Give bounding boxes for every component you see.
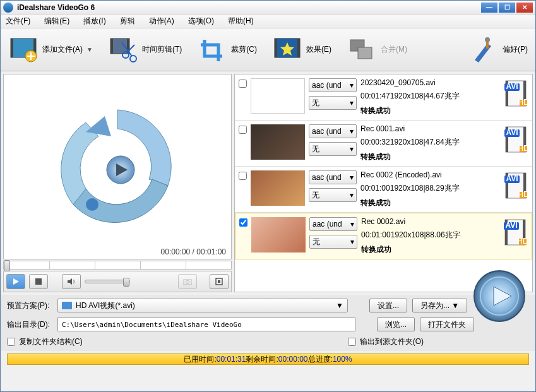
effect-icon (272, 36, 302, 64)
list-item[interactable]: aac (und▾ 无▾ Rec 0002.avi 00:01:001920x1… (235, 213, 532, 259)
menu-play[interactable]: 播放(I) (83, 16, 105, 27)
app-icon (3, 3, 13, 13)
minimize-button[interactable]: — (481, 3, 497, 13)
crop-label: 裁剪(C) (231, 44, 257, 55)
profile-combo[interactable]: HD AVI视频(*.avi) ▼ (57, 299, 348, 312)
video-thumbnail (251, 78, 305, 114)
audio-codec-combo[interactable]: aac (und▾ (309, 78, 357, 92)
list-item[interactable]: aac (und▾ 无▾ 20230420_090705.avi 00:01:4… (235, 74, 532, 121)
item-checkbox[interactable] (239, 218, 247, 227)
dropdown-icon: ▼ (86, 46, 93, 53)
audio-codec-combo[interactable]: aac (und▾ (309, 170, 357, 184)
item-info: 00:01:001920x108|88.06兆字 (361, 230, 499, 241)
list-item[interactable]: aac (und▾ 无▾ Rec 0002 (Encoded).avi 00:0… (235, 167, 532, 213)
add-file-button[interactable]: 添加文件(A) ▼ (8, 36, 93, 64)
format-icon: AVIHD (503, 170, 528, 201)
item-filename: Rec 0002 (Encoded).avi (360, 170, 499, 179)
menu-help[interactable]: 帮助(H) (228, 16, 254, 27)
convert-button[interactable] (472, 269, 527, 323)
svg-point-19 (86, 198, 98, 211)
svg-rect-26 (218, 280, 220, 283)
timecode: 00:00:00 / 00:01:00 (161, 247, 226, 256)
crop-icon (197, 36, 227, 64)
preview-panel: 00:00:00 / 00:01:00 (3, 74, 232, 259)
play-button[interactable] (6, 274, 25, 289)
save-as-button[interactable]: 另存为... ▼ (412, 299, 467, 312)
add-file-icon (8, 36, 39, 64)
svg-text:AVI: AVI (506, 174, 518, 183)
svg-rect-11 (297, 39, 300, 57)
open-folder-button[interactable]: 打开文件夹 (420, 318, 474, 331)
list-item[interactable]: aac (und▾ 无▾ Rec 0001.avi 00:00:321920x1… (235, 121, 532, 167)
seek-bar[interactable] (3, 261, 232, 270)
video-codec-combo[interactable]: 无▾ (309, 188, 357, 202)
browse-button[interactable]: 浏览... (377, 318, 415, 331)
svg-text:AVI: AVI (506, 82, 518, 91)
maximize-button[interactable]: ☐ (499, 3, 515, 13)
menu-action[interactable]: 动作(A) (149, 16, 174, 27)
toolbar: 添加文件(A) ▼ 时间剪辑(T) 裁剪(C) 效果(E) 合并(M) 偏好(P… (1, 28, 535, 71)
item-checkbox[interactable] (239, 80, 247, 88)
item-checkbox[interactable] (239, 126, 247, 134)
merge-button[interactable]: 合并(M) (347, 36, 407, 64)
title-bar: iDealshare VideoGo 6 — ☐ ✕ (1, 1, 535, 15)
effect-label: 效果(E) (306, 44, 331, 55)
svg-text:HD: HD (518, 144, 528, 153)
menu-option[interactable]: 选项(O) (188, 16, 214, 27)
svg-rect-13 (358, 47, 372, 59)
format-icon: AVIHD (503, 78, 528, 109)
settings-button[interactable]: 设置... (369, 299, 407, 312)
crop-button[interactable]: 裁剪(C) (197, 36, 257, 64)
snapshot-button[interactable] (178, 274, 197, 289)
item-status: 转换成功 (360, 151, 499, 162)
volume-slider[interactable] (85, 280, 130, 283)
volume-button[interactable] (62, 274, 81, 289)
svg-text:HD: HD (518, 98, 528, 107)
merge-label: 合并(M) (381, 44, 407, 55)
svg-rect-1 (11, 39, 13, 57)
menu-trim[interactable]: 剪辑 (120, 16, 135, 27)
video-codec-combo[interactable]: 无▾ (309, 235, 357, 249)
player-controls (3, 271, 232, 292)
speaker-icon (67, 278, 76, 285)
audio-codec-combo[interactable]: aac (und▾ (309, 124, 357, 138)
format-icon: AVIHD (503, 217, 528, 247)
svg-point-8 (130, 56, 136, 62)
svg-rect-5 (110, 39, 113, 54)
item-info: 00:00:321920x108|47.84兆字 (360, 137, 499, 148)
menu-edit[interactable]: 编辑(E) (44, 16, 69, 27)
window-title: iDealshare VideoGo 6 (17, 3, 481, 12)
volume-thumb[interactable] (123, 278, 129, 287)
preferences-label: 偏好(P) (503, 44, 528, 55)
video-codec-combo[interactable]: 无▾ (309, 96, 357, 110)
item-filename: 20230420_090705.avi (360, 78, 499, 87)
effect-button[interactable]: 效果(E) (272, 36, 331, 64)
item-info: 00:01:001920x108|88.29兆字 (360, 183, 499, 194)
svg-text:AVI: AVI (505, 221, 517, 230)
fullscreen-button[interactable] (210, 274, 229, 289)
profile-label: 预置方案(P): (7, 300, 52, 311)
menu-file[interactable]: 文件(F) (6, 16, 30, 27)
stop-button[interactable] (29, 274, 48, 289)
output-to-source-checkbox[interactable]: 输出到源文件夹(O) (348, 336, 424, 347)
menu-bar: 文件(F) 编辑(E) 播放(I) 剪辑 动作(A) 选项(O) 帮助(H) (1, 15, 535, 28)
recycle-icon (48, 97, 187, 236)
close-button[interactable]: ✕ (516, 3, 533, 13)
item-filename: Rec 0002.avi (361, 217, 499, 226)
progress-bar: 已用时间: 00:01:31 剩余时间: 00:00:00 总进度:100% (7, 353, 529, 365)
format-icon: AVIHD (503, 124, 528, 155)
seek-thumb[interactable] (4, 260, 10, 271)
copy-structure-checkbox[interactable]: 复制文件夹结构(C) (7, 336, 83, 347)
preferences-button[interactable]: 偏好(P) (468, 36, 528, 64)
stop-icon (35, 278, 42, 285)
svg-marker-20 (13, 278, 19, 285)
item-checkbox[interactable] (239, 172, 247, 180)
audio-codec-combo[interactable]: aac (und▾ (309, 217, 357, 231)
video-codec-combo[interactable]: 无▾ (309, 142, 357, 156)
output-label: 输出目录(D): (7, 319, 52, 330)
file-list: aac (und▾ 无▾ 20230420_090705.avi 00:01:4… (234, 74, 533, 292)
video-thumbnail (251, 124, 305, 160)
time-trim-button[interactable]: 时间剪辑(T) (108, 36, 182, 64)
output-path-input[interactable] (57, 318, 355, 331)
item-info: 00:01:471920x108|44.67兆字 (360, 91, 499, 102)
